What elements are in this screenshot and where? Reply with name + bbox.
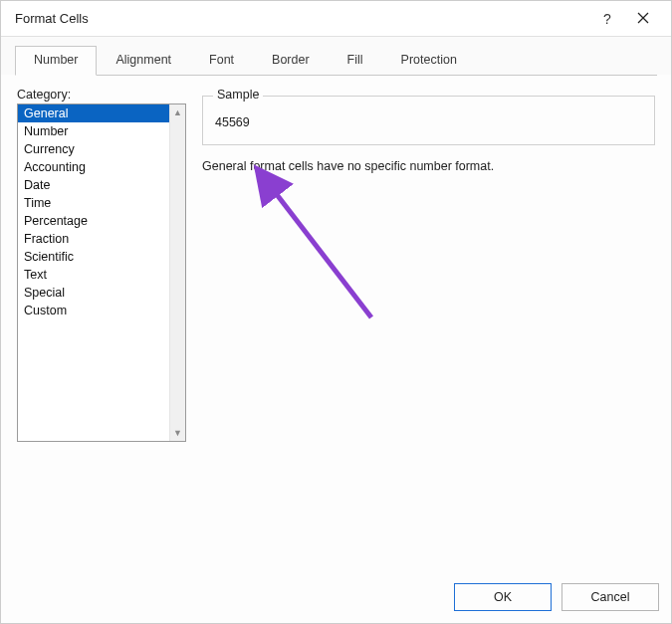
sample-group: Sample 45569 [202,96,655,145]
category-listbox[interactable]: General Number Currency Accounting Date … [17,104,186,442]
tab-font[interactable]: Font [190,46,253,76]
close-button[interactable] [625,1,661,37]
tab-label: Alignment [115,53,171,67]
help-button[interactable]: ? [589,1,625,37]
list-item-label: Currency [24,142,75,156]
scroll-down-icon: ▼ [170,425,185,441]
list-item-label: Text [24,268,47,282]
category-item-currency[interactable]: Currency [18,140,169,158]
category-item-custom[interactable]: Custom [18,302,169,319]
ok-button[interactable]: OK [454,583,552,611]
dialog-title: Format Cells [15,11,89,26]
tab-label: Border [272,53,310,67]
tab-label: Protection [401,53,457,67]
category-column: Category: General Number Currency Accoun… [17,88,186,573]
category-listbox-items: General Number Currency Accounting Date … [18,104,169,441]
list-item-label: Special [24,286,65,300]
question-icon: ? [603,11,611,27]
category-item-scientific[interactable]: Scientific [18,248,169,266]
list-item-label: Number [24,124,68,138]
list-item-label: General [24,106,68,120]
tab-fill[interactable]: Fill [329,46,382,76]
list-item-label: Fraction [24,232,69,246]
category-item-special[interactable]: Special [18,284,169,302]
sample-value: 45569 [215,115,250,129]
category-item-date[interactable]: Date [18,176,169,194]
category-item-text[interactable]: Text [18,266,169,284]
category-item-fraction[interactable]: Fraction [18,230,169,248]
tab-label: Font [209,53,234,67]
dialog-footer: OK Cancel [1,573,671,623]
tab-label: Fill [347,53,363,67]
details-column: Sample 45569 General format cells have n… [202,88,655,573]
title-bar: Format Cells ? [1,1,671,37]
dialog-body: Category: General Number Currency Accoun… [1,76,671,573]
format-cells-dialog: Format Cells ? Number Alignment Font Bor… [0,0,672,624]
tab-alignment[interactable]: Alignment [97,46,190,76]
format-description: General format cells have no specific nu… [202,159,655,173]
button-label: Cancel [591,590,630,604]
tab-protection[interactable]: Protection [382,46,476,76]
category-item-time[interactable]: Time [18,194,169,212]
button-label: OK [494,590,512,604]
tab-strip: Number Alignment Font Border Fill Protec… [1,37,671,75]
tab-border[interactable]: Border [253,46,329,76]
category-item-general[interactable]: General [18,104,169,122]
category-label-text: Category: [17,88,71,102]
category-scrollbar[interactable]: ▲ ▼ [169,104,185,441]
close-icon [637,11,649,27]
scroll-up-icon: ▲ [170,104,185,120]
list-item-label: Custom [24,304,67,317]
category-label: Category: [17,88,186,102]
list-item-label: Time [24,196,51,210]
category-item-percentage[interactable]: Percentage [18,212,169,230]
list-item-label: Scientific [24,250,74,264]
sample-legend: Sample [213,88,263,102]
category-item-accounting[interactable]: Accounting [18,158,169,176]
list-item-label: Percentage [24,214,88,228]
list-item-label: Accounting [24,160,86,174]
tab-label: Number [34,53,78,67]
cancel-button[interactable]: Cancel [561,583,659,611]
tab-number[interactable]: Number [15,46,97,76]
list-item-label: Date [24,178,50,192]
category-item-number[interactable]: Number [18,122,169,140]
